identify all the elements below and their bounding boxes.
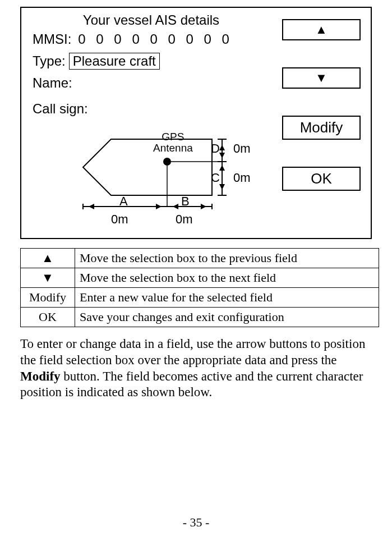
page-number: - 35 - <box>0 515 392 530</box>
callsign-row: Call sign: <box>33 101 264 117</box>
help-btn-down: ▼ <box>21 268 75 288</box>
instruction-paragraph: To enter or change data in a field, use … <box>20 336 370 401</box>
svg-marker-6 <box>173 204 178 209</box>
gps-antenna-label: GPS Antenna <box>153 131 193 154</box>
mmsi-label: MMSI: <box>33 31 71 47</box>
triangle-up-icon: ▲ <box>315 22 328 36</box>
fields-column: Your vessel AIS details MMSI: 0 0 0 0 0 … <box>33 12 264 122</box>
dim-D-value[interactable]: 0m <box>233 141 251 156</box>
help-btn-modify: Modify <box>21 288 75 308</box>
modify-button[interactable]: Modify <box>282 116 361 140</box>
screen-title: Your vessel AIS details <box>38 12 264 28</box>
name-row: Name: <box>33 75 264 91</box>
mmsi-row: MMSI: 0 0 0 0 0 0 0 0 0 <box>33 31 264 47</box>
dim-D-label: D <box>211 141 220 156</box>
ais-config-screen: Your vessel AIS details MMSI: 0 0 0 0 0 … <box>20 7 372 239</box>
dim-A-value[interactable]: 0m <box>111 212 128 227</box>
svg-marker-9 <box>219 145 225 150</box>
table-row: Modify Enter a new value for the selecte… <box>21 288 379 308</box>
callsign-label: Call sign: <box>33 101 88 117</box>
mmsi-value[interactable]: 0 0 0 0 0 0 0 0 0 <box>78 31 232 47</box>
table-row: OK Save your changes and exit configurat… <box>21 308 379 327</box>
name-label: Name: <box>33 75 72 91</box>
down-button[interactable]: ▼ <box>282 67 361 89</box>
help-desc-ok: Save your changes and exit configuration <box>75 308 379 327</box>
svg-marker-5 <box>156 204 162 209</box>
table-row: ▼ Move the selection box to the next fie… <box>21 268 379 288</box>
dim-C-label: C <box>211 171 220 185</box>
help-btn-ok: OK <box>21 308 75 327</box>
type-label: Type: <box>33 53 66 69</box>
help-desc-up: Move the selection box to the previous f… <box>75 249 379 268</box>
help-btn-up: ▲ <box>21 249 75 268</box>
svg-marker-11 <box>219 165 225 171</box>
triangle-down-icon: ▼ <box>315 71 328 85</box>
help-desc-modify: Enter a new value for the selected field <box>75 288 379 308</box>
button-help-table: ▲ Move the selection box to the previous… <box>20 248 379 327</box>
svg-marker-7 <box>201 204 206 209</box>
help-desc-down: Move the selection box to the next field <box>75 268 379 288</box>
svg-marker-4 <box>89 204 94 209</box>
dim-A-label: A <box>119 194 128 209</box>
up-button[interactable]: ▲ <box>282 19 361 40</box>
svg-marker-10 <box>219 153 225 158</box>
type-value[interactable]: Pleasure craft <box>69 53 160 70</box>
ok-button[interactable]: OK <box>282 167 361 191</box>
svg-point-0 <box>163 158 171 166</box>
table-row: ▲ Move the selection box to the previous… <box>21 249 379 268</box>
dim-C-value[interactable]: 0m <box>233 171 251 185</box>
antenna-diagram: GPS Antenna D 0m C 0m A B 0m 0m <box>72 134 268 235</box>
dim-B-label: B <box>181 194 190 209</box>
svg-marker-12 <box>219 184 225 190</box>
button-column: ▲ ▼ Modify OK <box>282 19 361 191</box>
dim-B-value[interactable]: 0m <box>176 212 193 227</box>
type-row: Type: Pleasure craft <box>33 53 264 70</box>
